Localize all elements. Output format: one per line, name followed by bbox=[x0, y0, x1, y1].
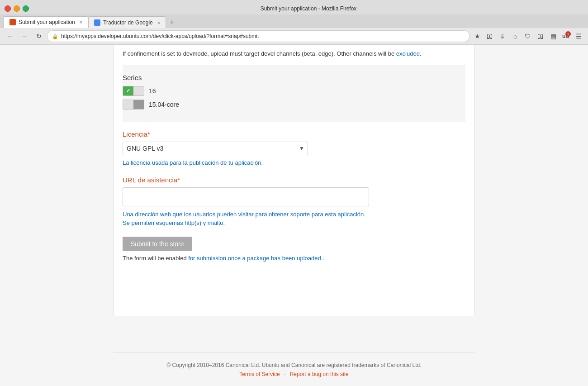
window-title: Submit your application - Mozilla Firefo… bbox=[33, 5, 583, 12]
page-footer: © Copyright 2010–2016 Canonical Ltd. Ubu… bbox=[113, 353, 475, 386]
pocket-icon[interactable]: 🕮 bbox=[535, 30, 546, 42]
tab2-close[interactable]: × bbox=[157, 20, 160, 25]
window-minimize-button[interactable] bbox=[14, 5, 20, 12]
title-bar: Submit your application - Mozilla Firefo… bbox=[0, 0, 588, 14]
licencia-select[interactable]: GNU GPL v3 MIT Apache 2.0 BSD GPL v2 LGP… bbox=[123, 142, 308, 155]
menu-icon[interactable]: ☰ bbox=[573, 30, 584, 42]
toggle-on-part-off bbox=[123, 100, 133, 109]
tab2-favicon bbox=[94, 19, 100, 26]
url-asistencia-input[interactable] bbox=[123, 187, 369, 206]
address-bar: ← → ↻ 🔒 https://myapps.developer.ubuntu.… bbox=[0, 28, 588, 44]
top-notice: If confinement is set to devmode, upload… bbox=[123, 45, 465, 65]
back-button[interactable]: ← bbox=[4, 30, 16, 43]
tab1-label: Submit your application bbox=[19, 19, 75, 25]
submit-section: Submit to the store The form will be ena… bbox=[123, 237, 465, 262]
series-16-row: ✓ 16 bbox=[123, 86, 465, 96]
notice-text1: If confinement is set to devmode, upload… bbox=[123, 50, 396, 57]
submit-button[interactable]: Submit to the store bbox=[123, 237, 192, 251]
series-16-toggle[interactable]: ✓ bbox=[123, 86, 144, 96]
tab-traductor[interactable]: Traductor de Google × bbox=[88, 16, 166, 28]
tab1-favicon bbox=[9, 19, 16, 25]
url-asistencia-hint1: Una dirección web que los usuarios puede… bbox=[123, 210, 465, 228]
bookmark-star-icon[interactable]: ★ bbox=[471, 30, 483, 42]
toggle-off-part bbox=[133, 86, 144, 95]
toggle-on-part: ✓ bbox=[123, 86, 133, 95]
series-1504-label: 15.04-core bbox=[149, 101, 179, 108]
tab-submit-application[interactable]: Submit your application × bbox=[4, 16, 88, 28]
tab-bar: Submit your application × Traductor de G… bbox=[0, 14, 588, 28]
page-content: If confinement is set to devmode, upload… bbox=[0, 45, 588, 386]
series-label: Series bbox=[123, 74, 465, 81]
bookmarks-icon[interactable]: 🕮 bbox=[484, 30, 496, 42]
toggle-off-part-on bbox=[133, 100, 144, 109]
new-tab-button[interactable]: + bbox=[166, 16, 178, 28]
window-controls bbox=[5, 5, 29, 12]
url-asistencia-section: URL de asistencia* Una dirección web que… bbox=[123, 176, 465, 228]
footer-separator: · bbox=[284, 371, 285, 377]
url-bar[interactable]: 🔒 https://myapps.developer.ubuntu.com/de… bbox=[47, 30, 469, 42]
series-section: Series ✓ 16 15.04-core bbox=[123, 65, 465, 122]
footer-copyright: © Copyright 2010–2016 Canonical Ltd. Ubu… bbox=[122, 362, 466, 368]
ublock-icon[interactable]: uB 1 bbox=[560, 30, 572, 42]
url-asistencia-label: URL de asistencia* bbox=[123, 176, 465, 184]
reload-button[interactable]: ↻ bbox=[33, 30, 45, 43]
tab1-close[interactable]: × bbox=[80, 19, 82, 25]
download-icon[interactable]: ⇓ bbox=[497, 30, 508, 42]
browser-chrome: Submit your application - Mozilla Firefo… bbox=[0, 0, 588, 45]
footer-links: Terms of Service · Report a bug on this … bbox=[122, 371, 466, 377]
series-1504-toggle[interactable] bbox=[123, 100, 144, 110]
submit-hint: The form will be enabled for submission … bbox=[123, 255, 465, 262]
forward-button[interactable]: → bbox=[18, 30, 31, 43]
url-text: https://myapps.developer.ubuntu.com/dev/… bbox=[61, 33, 465, 39]
security-icon: 🔒 bbox=[52, 33, 58, 39]
submit-hint-link[interactable]: for submission once a package has been u… bbox=[188, 255, 321, 262]
report-bug-link[interactable]: Report a bug on this site bbox=[290, 371, 349, 377]
window-close-button[interactable] bbox=[5, 5, 11, 12]
series-16-label: 16 bbox=[149, 87, 156, 95]
series-1504-row: 15.04-core bbox=[123, 100, 465, 110]
shield-icon[interactable]: 🛡 bbox=[522, 30, 534, 42]
notice-excluded-link[interactable]: excluded bbox=[396, 50, 420, 57]
tab2-label: Traductor de Google bbox=[103, 19, 153, 26]
licencia-section: Licencia* GNU GPL v3 MIT Apache 2.0 BSD … bbox=[123, 130, 465, 167]
ublock-badge: 1 bbox=[565, 31, 571, 37]
home-icon[interactable]: ⌂ bbox=[509, 30, 521, 42]
window-maximize-button[interactable] bbox=[23, 5, 29, 12]
licencia-label: Licencia* bbox=[123, 130, 465, 138]
licencia-select-wrapper: GNU GPL v3 MIT Apache 2.0 BSD GPL v2 LGP… bbox=[123, 142, 308, 155]
terms-of-service-link[interactable]: Terms of Service bbox=[239, 371, 280, 377]
licencia-hint: La licencia usada para la publicación de… bbox=[123, 159, 465, 167]
rss-icon[interactable]: ▤ bbox=[547, 30, 559, 42]
toolbar-icons: ★ 🕮 ⇓ ⌂ 🛡 🕮 ▤ uB 1 ☰ bbox=[471, 30, 584, 42]
